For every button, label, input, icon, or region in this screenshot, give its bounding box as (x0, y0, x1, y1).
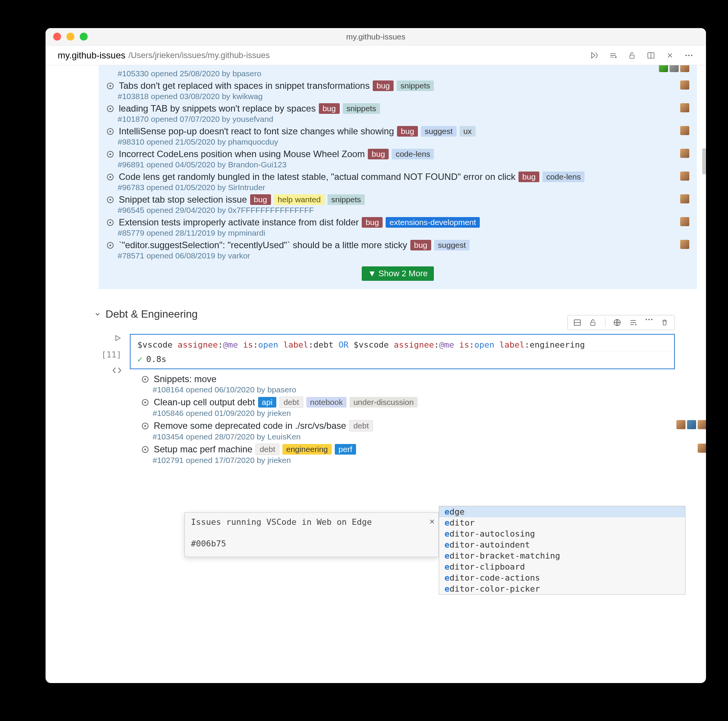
issue-open-icon (106, 173, 114, 181)
label[interactable]: code-lens (542, 172, 585, 182)
minimize-window[interactable] (66, 33, 74, 41)
code-icon[interactable] (112, 367, 121, 374)
label[interactable]: debt (349, 420, 373, 431)
issue-meta: #78571 opened 06/08/2019 by varkor (106, 251, 689, 260)
suggest-item[interactable]: editor-color-picker (439, 583, 685, 594)
label[interactable]: bug (410, 240, 431, 250)
close-window[interactable] (53, 33, 61, 41)
more-icon[interactable] (684, 50, 694, 60)
issue-title: Snippets: move (154, 374, 216, 384)
label[interactable]: bug (250, 194, 271, 205)
avatar[interactable] (659, 65, 668, 72)
label[interactable]: bug (362, 217, 383, 228)
label[interactable]: suggest (421, 126, 457, 137)
issue-row[interactable]: Snippets: move#108164 opened 06/10/2020 … (141, 372, 688, 395)
close-tooltip-icon[interactable]: ✕ (430, 516, 435, 526)
suggest-widget[interactable]: edgeeditoreditor-autoclosingeditor-autoi… (439, 506, 685, 595)
avatar[interactable] (680, 217, 689, 226)
avatar[interactable] (670, 65, 679, 72)
issue-meta: #108164 opened 06/10/2020 by bpasero (141, 385, 680, 394)
query-cell[interactable]: $vscode assignee:@me is:open label:debt … (130, 334, 675, 369)
window-title: my.github-issues (346, 32, 405, 41)
suggest-item[interactable]: editor-clipboard (439, 561, 685, 572)
file-path: /Users/jrieken/issues/my.github-issues (128, 50, 270, 60)
issue-row[interactable]: Clean-up cell output debtapidebtnotebook… (141, 395, 688, 419)
avatar[interactable] (680, 149, 689, 158)
label[interactable]: help wanted (274, 194, 325, 205)
suggest-item[interactable]: editor-autoindent (439, 539, 685, 550)
hover-tooltip: ✕ Issues running VSCode in Web on Edge #… (184, 512, 439, 557)
toolbar-separator (605, 318, 605, 327)
label[interactable]: extensions-development (386, 217, 480, 228)
avatar[interactable] (680, 80, 689, 90)
avatar[interactable] (676, 420, 685, 429)
label[interactable]: notebook (306, 397, 347, 408)
list-icon[interactable] (629, 318, 637, 327)
issue-row[interactable]: leading TAB by snippets won't replace by… (99, 102, 697, 124)
run-cell-icon[interactable] (114, 334, 121, 342)
close-icon[interactable] (665, 50, 675, 60)
more-cell-icon[interactable] (645, 318, 653, 327)
tab-title[interactable]: my.github-issues (58, 50, 125, 61)
suggest-item[interactable]: editor-autoclosing (439, 528, 685, 539)
label[interactable]: bug (368, 149, 389, 159)
traffic-lights (53, 33, 88, 41)
avatar[interactable] (680, 240, 689, 249)
suggest-item[interactable]: editor-code-actions (439, 572, 685, 583)
suggest-item[interactable]: edge (439, 506, 685, 517)
lock-cell-icon[interactable] (589, 318, 597, 327)
trash-icon[interactable] (661, 318, 669, 327)
label[interactable]: bug (518, 172, 539, 182)
label[interactable]: engineering (282, 444, 332, 455)
issue-row[interactable]: Tabs don't get replaced with spaces in s… (99, 79, 697, 102)
label[interactable]: snippets (397, 80, 434, 91)
avatar[interactable] (680, 103, 689, 112)
svg-point-32 (144, 425, 146, 427)
avatar[interactable] (680, 126, 689, 135)
scrollbar[interactable] (702, 148, 706, 175)
issue-meta: #102791 opened 17/07/2020 by jrieken (141, 456, 680, 465)
show-more-button[interactable]: ▼ Show 2 More (362, 266, 434, 281)
label[interactable]: perf (335, 444, 356, 455)
split-icon[interactable] (646, 50, 656, 60)
globe-icon[interactable] (613, 318, 621, 327)
label[interactable]: snippets (343, 103, 380, 114)
issue-title: Incorrect CodeLens position when using M… (119, 149, 365, 159)
issue-row[interactable]: Code lens get randomly bungled in the la… (99, 170, 697, 193)
issue-row[interactable]: `"editor.suggestSelection": "recentlyUse… (99, 238, 697, 261)
avatar[interactable] (687, 420, 696, 429)
avatar[interactable] (698, 420, 706, 429)
label[interactable]: bug (397, 126, 418, 137)
issue-row[interactable]: Extension tests improperly activate inst… (99, 216, 697, 238)
label[interactable]: api (258, 397, 276, 408)
run-all-icon[interactable] (589, 50, 599, 60)
issue-row[interactable]: Setup mac perf machinedebtengineeringper… (141, 442, 688, 466)
label[interactable]: debt (255, 444, 279, 455)
suggest-item[interactable]: editor-bracket-matching (439, 550, 685, 561)
label[interactable]: bug (319, 103, 340, 114)
issue-row[interactable]: Remove some deprecated code in ./src/vs/… (141, 419, 688, 442)
avatar[interactable] (680, 194, 689, 203)
maximize-window[interactable] (80, 33, 88, 41)
svg-point-18 (109, 222, 111, 223)
label[interactable]: code-lens (392, 149, 434, 159)
label[interactable]: suggest (434, 240, 470, 250)
issue-row[interactable]: Incorrect CodeLens position when using M… (99, 147, 697, 170)
label[interactable]: debt (279, 397, 303, 408)
label[interactable]: bug (373, 80, 394, 91)
issue-row[interactable]: #105330 opened 25/08/2020 by bpasero (99, 67, 697, 79)
titlebar: my.github-issues (46, 28, 706, 46)
label[interactable]: ux (460, 126, 476, 137)
issue-row[interactable]: IntelliSense pop-up doesn't react to fon… (99, 124, 697, 147)
avatar[interactable] (680, 65, 689, 72)
lock-icon[interactable] (627, 50, 637, 60)
avatar[interactable] (698, 444, 706, 453)
query-text[interactable]: $vscode assignee:@me is:open label:debt … (131, 335, 674, 351)
clear-icon[interactable] (608, 50, 618, 60)
issue-row[interactable]: Snippet tab stop selection issuebughelp … (99, 193, 697, 216)
avatar[interactable] (680, 172, 689, 181)
suggest-item[interactable]: editor (439, 517, 685, 528)
label[interactable]: under-discussion (350, 397, 418, 408)
label[interactable]: snippets (328, 194, 365, 205)
split-cell-icon[interactable] (573, 318, 581, 327)
